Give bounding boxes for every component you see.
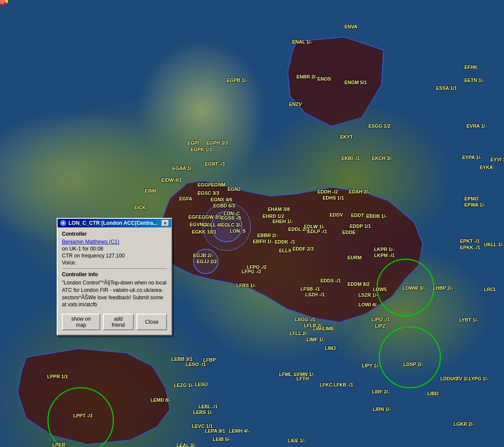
controller-frequency: CTR on frequency 127.100 [62, 253, 167, 259]
dialog-title: LON_C_CTR [London ACC(Centra... [68, 220, 157, 226]
dialog-close-btn[interactable]: × [162, 220, 169, 226]
controller-voice: Voice: [62, 260, 167, 266]
dialog-body: Controller Benjamin Matthews (C1) on UK-… [58, 227, 171, 335]
controller-dialog: ✈ LON_C_CTR [London ACC(Centra... × Cont… [57, 218, 172, 335]
controller-name[interactable]: Benjamin Matthews (C1) [62, 239, 167, 245]
show-on-map-button[interactable]: show on map [62, 314, 100, 330]
dialog-buttons: show on map add friend Close [62, 312, 167, 331]
add-friend-button[interactable]: add friend [103, 314, 134, 330]
map-container: ENVAENAL 1/-EFHKEETN 1/-EGPB 1/-ENBR 2/-… [0, 0, 504, 447]
controller-section-label: Controller [62, 231, 167, 237]
controller-info-label: Controller info [62, 271, 167, 278]
controller-info-text: "London Control"^Â§Top-down when no loca… [62, 279, 167, 308]
dialog-icon: ✈ [60, 220, 66, 226]
close-button[interactable]: Close [136, 314, 167, 330]
dialog-divider [62, 268, 167, 269]
dialog-titlebar: ✈ LON_C_CTR [London ACC(Centra... × [58, 219, 171, 227]
controller-on-info: on UK-1 for 00:08 [62, 246, 167, 252]
